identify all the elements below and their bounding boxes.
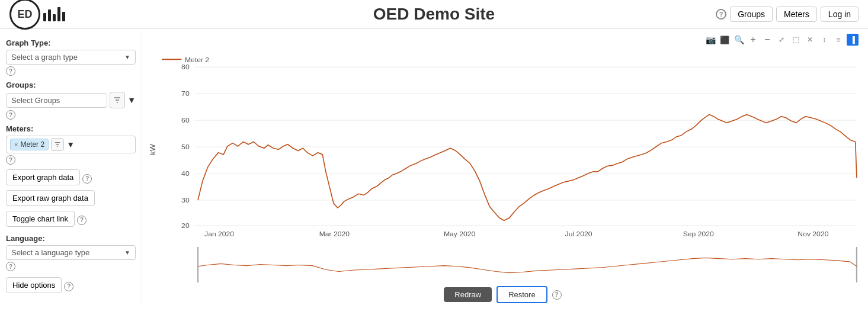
- groups-row: Select Groups ▼: [6, 92, 136, 108]
- header: ED OED Demo Site ? Groups Meters Log in: [0, 0, 868, 29]
- main-chart-svg: Meter 2 80 70 60 50 40 30 20 kW: [142, 48, 863, 245]
- logo-bar4: [57, 7, 60, 21]
- toolbar-save-icon[interactable]: ⬛: [719, 34, 731, 46]
- toggle-chart-link-button[interactable]: Toggle chart link: [6, 211, 75, 227]
- svg-text:30: 30: [181, 196, 190, 204]
- graph-type-placeholder: Select a graph type: [11, 53, 78, 62]
- graph-type-help[interactable]: ?: [6, 66, 15, 76]
- meters-help[interactable]: ?: [6, 155, 15, 165]
- export-graph-data-button[interactable]: Export graph data: [6, 169, 80, 185]
- svg-text:Jan 2020: Jan 2020: [204, 230, 234, 238]
- graph-type-caret: ▼: [124, 54, 130, 60]
- meters-nav-button[interactable]: Meters: [776, 7, 817, 22]
- language-caret: ▼: [124, 249, 130, 256]
- help-icon-header[interactable]: ?: [716, 9, 726, 20]
- svg-text:May 2020: May 2020: [444, 230, 476, 238]
- svg-text:40: 40: [181, 170, 190, 178]
- graph-type-label: Graph Type:: [6, 38, 136, 47]
- mini-chart-svg: [142, 247, 863, 282]
- toolbar-bar-icon[interactable]: ▐: [847, 34, 859, 46]
- toolbar-zoom-in-icon[interactable]: 🔍: [733, 34, 745, 46]
- svg-text:kW: kW: [148, 143, 157, 155]
- groups-label: Groups:: [6, 81, 136, 89]
- language-help[interactable]: ?: [6, 262, 15, 271]
- logo-bar1: [43, 13, 46, 21]
- meter-tag-label: Meter 2: [20, 140, 44, 149]
- export-graph-help[interactable]: ?: [82, 174, 92, 184]
- svg-text:Nov 2020: Nov 2020: [797, 230, 828, 238]
- meters-section: Meters: × Meter 2 ▼ ?: [6, 124, 136, 165]
- meters-filter-icon[interactable]: [51, 138, 64, 151]
- toolbar-plus-icon[interactable]: +: [747, 34, 759, 46]
- svg-text:Jul 2020: Jul 2020: [565, 230, 592, 238]
- groups-nav-button[interactable]: Groups: [730, 7, 773, 22]
- restore-help[interactable]: ?: [552, 290, 562, 300]
- logo-bar2: [48, 9, 51, 21]
- logo-text: ED: [17, 8, 32, 21]
- header-nav: ? Groups Meters Log in: [716, 7, 859, 22]
- logo-circle: ED: [9, 0, 40, 30]
- hide-options-help[interactable]: ?: [64, 282, 73, 291]
- toolbar-reset-icon[interactable]: ⤢: [776, 34, 787, 46]
- sidebar: Graph Type: Select a graph type ▼ ? Grou…: [0, 29, 142, 307]
- meters-label: Meters:: [6, 124, 136, 133]
- language-section: Language: Select a language type ▼ ?: [6, 234, 136, 271]
- graph-type-dropdown[interactable]: Select a graph type ▼: [6, 50, 136, 65]
- chart-buttons: Redraw Restore ?: [142, 282, 863, 307]
- meter-tag: × Meter 2: [10, 139, 49, 150]
- language-dropdown[interactable]: Select a language type ▼: [6, 245, 136, 260]
- svg-text:50: 50: [181, 143, 190, 152]
- page-title: OED Demo Site: [373, 5, 495, 24]
- main-chart-wrap: Meter 2 80 70 60 50 40 30 20 kW: [142, 48, 863, 245]
- actions-section: Export graph data ? Export raw graph dat…: [6, 169, 136, 229]
- groups-placeholder: Select Groups: [11, 96, 60, 105]
- language-placeholder: Select a language type: [11, 248, 89, 257]
- toolbar-pan-icon[interactable]: ↕: [818, 34, 830, 46]
- hide-options-button[interactable]: Hide options: [6, 277, 62, 293]
- language-label: Language:: [6, 234, 136, 243]
- chart-area: 📷 ⬛ 🔍 + − ⤢ ⬚ ✕ ↕ ≡ ▐ Meter 2: [142, 29, 868, 307]
- graph-type-section: Graph Type: Select a graph type ▼ ?: [6, 38, 136, 76]
- logo: ED: [9, 0, 65, 30]
- svg-rect-29: [142, 247, 863, 282]
- logo-bar5: [62, 12, 65, 21]
- meters-input-row: × Meter 2 ▼: [6, 136, 136, 153]
- meters-caret: ▼: [66, 140, 75, 149]
- toolbar-lasso-icon[interactable]: ✕: [804, 34, 816, 46]
- export-raw-graph-data-button[interactable]: Export raw graph data: [6, 190, 95, 206]
- mini-chart-wrap: [142, 247, 863, 282]
- main-layout: Graph Type: Select a graph type ▼ ? Grou…: [0, 29, 868, 307]
- meter-tag-remove[interactable]: ×: [14, 141, 18, 148]
- hide-options-section: Hide options ?: [6, 277, 136, 295]
- svg-rect-6: [142, 48, 863, 245]
- legend-label: Meter 2: [185, 56, 210, 64]
- chart-toolbar: 📷 ⬛ 🔍 + − ⤢ ⬚ ✕ ↕ ≡ ▐: [142, 34, 863, 46]
- toolbar-minus-icon[interactable]: −: [761, 34, 773, 46]
- svg-text:Mar 2020: Mar 2020: [319, 230, 350, 238]
- toggle-chart-help[interactable]: ?: [77, 216, 87, 225]
- login-button[interactable]: Log in: [821, 7, 859, 22]
- svg-text:80: 80: [181, 63, 190, 72]
- groups-caret: ▼: [127, 95, 136, 105]
- svg-text:60: 60: [181, 117, 190, 125]
- groups-dropdown[interactable]: Select Groups: [6, 93, 107, 108]
- toolbar-lines-icon[interactable]: ≡: [832, 34, 844, 46]
- logo-bar3: [53, 14, 56, 21]
- groups-section: Groups: Select Groups ▼ ?: [6, 81, 136, 120]
- svg-text:70: 70: [181, 90, 190, 98]
- groups-filter-icon[interactable]: [110, 92, 125, 108]
- groups-help[interactable]: ?: [6, 110, 15, 120]
- svg-text:20: 20: [181, 221, 190, 230]
- redraw-button[interactable]: Redraw: [444, 287, 492, 302]
- toolbar-camera-icon[interactable]: 📷: [704, 34, 716, 46]
- toolbar-box-select-icon[interactable]: ⬚: [790, 34, 802, 46]
- svg-text:Sep 2020: Sep 2020: [683, 230, 714, 238]
- restore-button[interactable]: Restore: [497, 286, 547, 303]
